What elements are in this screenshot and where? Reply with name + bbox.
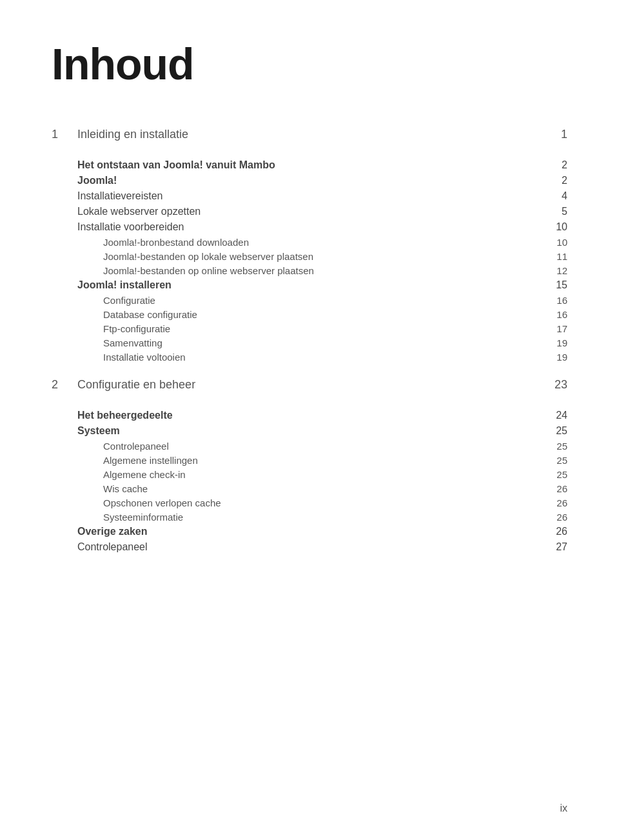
chapter-2-title: Configuratie en beheer: [77, 378, 542, 392]
chapter-1-page: 1: [542, 128, 567, 141]
chapter-2-entry-2-sub-2-title: Algemene instellingen: [103, 455, 542, 466]
chapter-1-entry-6-sub-2-title: Database configuratie: [103, 309, 542, 320]
chapter-2-entry-4-title: Controlepaneel: [77, 541, 542, 553]
chapter-1-entry-5-sub-2-title: Joomla!-bestanden op lokale webserver pl…: [103, 251, 542, 262]
chapter-2-entry-2-sub-4-page: 26: [542, 483, 567, 494]
chapter-1-entry-6-sub-5-title: Installatie voltooien: [103, 352, 542, 363]
chapter-2-entry-2-sub-4: Wis cache26: [52, 483, 567, 494]
chapter-2-entry-1-title: Het beheergedeelte: [77, 410, 542, 421]
chapter-2-entry-1-page: 24: [542, 410, 567, 421]
chapter-1-entry-5-sub-3-page: 12: [542, 265, 567, 276]
chapter-1-entry-6-sub-3: Ftp-configuratie17: [52, 323, 567, 334]
chapter-2-entry-2-sub-1-title: Controlepaneel: [103, 441, 542, 452]
chapter-1-entry-5-sub-1: Joomla!-bronbestand downloaden10: [52, 237, 567, 248]
chapter-1-entry-6-sub-4-title: Samenvatting: [103, 337, 542, 348]
chapter-1-entry-5-sub-1-title: Joomla!-bronbestand downloaden: [103, 237, 542, 248]
chapter-2-entry-2-sub-1-page: 25: [542, 441, 567, 452]
chapter-1-entry-1-page: 2: [542, 159, 567, 171]
chapter-2-entry-2-sub-3-title: Algemene check-in: [103, 469, 542, 480]
chapter-1-entry-4-page: 5: [542, 206, 567, 217]
chapter-1-entry-3-page: 4: [542, 190, 567, 202]
chapter-2-entry-4: Controlepaneel27: [52, 541, 567, 553]
chapter-1-entry-6-sub-3-title: Ftp-configuratie: [103, 323, 542, 334]
chapter-1-entry-6-sub-2: Database configuratie16: [52, 309, 567, 320]
chapter-2-number: 2: [52, 378, 77, 392]
chapter-1-entry-5-sub-2: Joomla!-bestanden op lokale webserver pl…: [52, 251, 567, 262]
chapter-1: 1Inleiding en installatie1: [52, 128, 567, 141]
chapter-2-page: 23: [542, 378, 567, 392]
chapter-2-entry-4-page: 27: [542, 541, 567, 553]
chapter-1-entry-5-sub-2-page: 11: [542, 251, 567, 262]
chapter-1-title: Inleiding en installatie: [77, 128, 542, 141]
chapter-1-entry-6-sub-2-page: 16: [542, 309, 567, 320]
chapter-1-entry-6-sub-1-title: Configuratie: [103, 295, 542, 306]
chapter-1-entry-2-page: 2: [542, 175, 567, 186]
chapter-1-number: 1: [52, 128, 77, 141]
chapter-1-entry-6: Joomla! installeren15: [52, 279, 567, 291]
chapter-1-entry-4-title: Lokale webserver opzetten: [77, 206, 542, 217]
chapter-2-entry-3-page: 26: [542, 526, 567, 537]
chapter-2-entry-3-title: Overige zaken: [77, 526, 542, 537]
chapter-2-entry-2-sub-4-title: Wis cache: [103, 483, 542, 494]
chapter-1-entry-5-sub-3: Joomla!-bestanden op online webserver pl…: [52, 265, 567, 276]
chapter-1-entry-6-sub-5: Installatie voltooien19: [52, 352, 567, 363]
chapter-2-entry-2-sub-5-title: Opschonen verlopen cache: [103, 497, 542, 508]
chapter-1-entry-6-sub-5-page: 19: [542, 352, 567, 363]
chapter-2-entry-2-page: 25: [542, 425, 567, 437]
chapter-1-entry-6-sub-4-page: 19: [542, 337, 567, 348]
chapter-2-entry-3: Overige zaken26: [52, 526, 567, 537]
chapter-1-entry-4: Lokale webserver opzetten5: [52, 206, 567, 217]
chapter-1-entry-5-title: Installatie voorbereiden: [77, 221, 542, 233]
chapter-2-entry-2-sub-6-page: 26: [542, 512, 567, 523]
chapter-2-entry-2-sub-2: Algemene instellingen25: [52, 455, 567, 466]
chapter-2-entry-2-sub-5: Opschonen verlopen cache26: [52, 497, 567, 508]
chapter-1-entry-6-title: Joomla! installeren: [77, 279, 542, 291]
chapter-2-entry-2-sub-3: Algemene check-in25: [52, 469, 567, 480]
chapter-1-entry-6-sub-3-page: 17: [542, 323, 567, 334]
page-footer: ix: [560, 803, 567, 814]
chapter-2: 2Configuratie en beheer23: [52, 378, 567, 392]
chapter-2-entry-2-sub-6: Systeeminformatie26: [52, 512, 567, 523]
chapter-1-entry-5-page: 10: [542, 221, 567, 233]
chapter-1-entry-5-sub-1-page: 10: [542, 237, 567, 248]
chapter-2-entry-2-sub-1: Controlepaneel25: [52, 441, 567, 452]
toc-content: 1Inleiding en installatie1Het ontstaan v…: [52, 128, 567, 553]
chapter-2-entry-2-sub-5-page: 26: [542, 497, 567, 508]
chapter-2-entry-2-sub-6-title: Systeeminformatie: [103, 512, 542, 523]
chapter-1-entry-6-page: 15: [542, 279, 567, 291]
chapter-1-entry-1-title: Het ontstaan van Joomla! vanuit Mambo: [77, 159, 542, 171]
page-container: Inhoud 1Inleiding en installatie1Het ont…: [0, 0, 619, 595]
chapter-1-entry-5: Installatie voorbereiden10: [52, 221, 567, 233]
chapter-1-entry-2-title: Joomla!: [77, 175, 542, 186]
page-title: Inhoud: [52, 39, 567, 89]
chapter-1-entry-2: Joomla!2: [52, 175, 567, 186]
chapter-1-entry-5-sub-3-title: Joomla!-bestanden op online webserver pl…: [103, 265, 542, 276]
chapter-2-entry-2-sub-2-page: 25: [542, 455, 567, 466]
chapter-2-entry-2-sub-3-page: 25: [542, 469, 567, 480]
chapter-2-entry-2-title: Systeem: [77, 425, 542, 437]
chapter-1-entry-6-sub-4: Samenvatting19: [52, 337, 567, 348]
chapter-1-entry-6-sub-1-page: 16: [542, 295, 567, 306]
chapter-2-entry-2: Systeem25: [52, 425, 567, 437]
chapter-2-entry-1: Het beheergedeelte24: [52, 410, 567, 421]
chapter-1-entry-3-title: Installatievereisten: [77, 190, 542, 202]
chapter-1-entry-3: Installatievereisten4: [52, 190, 567, 202]
chapter-1-entry-1: Het ontstaan van Joomla! vanuit Mambo2: [52, 159, 567, 171]
chapter-1-entry-6-sub-1: Configuratie16: [52, 295, 567, 306]
